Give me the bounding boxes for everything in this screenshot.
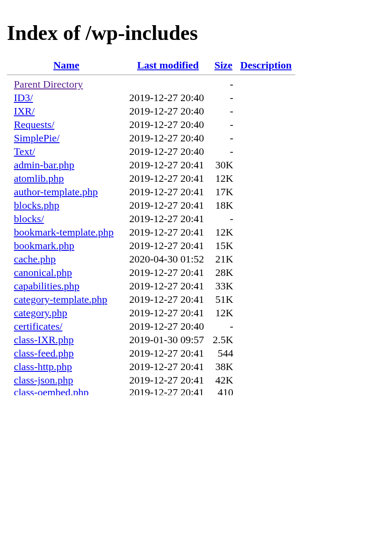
- entry-size: 12K: [210, 306, 237, 320]
- entry-description: [237, 226, 295, 239]
- table-row: blocks.php2019-12-27 20:4118K: [7, 199, 295, 212]
- entry-description: [237, 131, 295, 145]
- entry-link[interactable]: ID3/: [14, 92, 33, 103]
- entry-size: 12K: [210, 172, 237, 185]
- entry-modified: 2019-12-27 20:40: [126, 131, 210, 145]
- entry-description: [237, 105, 295, 118]
- entry-description: [237, 320, 295, 333]
- entry-size: -: [210, 118, 237, 131]
- entry-size: -: [210, 212, 237, 226]
- entry-size: 17K: [210, 185, 237, 199]
- entry-modified: 2019-12-27 20:41: [126, 387, 210, 395]
- entry-link[interactable]: certificates/: [14, 321, 62, 332]
- entry-description: [237, 347, 295, 360]
- entry-description: [237, 172, 295, 185]
- entry-modified: 2019-12-27 20:40: [126, 91, 210, 105]
- entry-description: [237, 252, 295, 266]
- entry-link[interactable]: Text/: [14, 146, 35, 157]
- table-row: capabilities.php2019-12-27 20:4133K: [7, 279, 295, 293]
- header-name-link[interactable]: Name: [53, 59, 79, 71]
- entry-modified: 2019-12-27 20:40: [126, 105, 210, 118]
- entry-link[interactable]: canonical.php: [14, 267, 72, 278]
- entry-size: 33K: [210, 279, 237, 293]
- entry-link[interactable]: blocks.php: [14, 200, 59, 211]
- directory-listing-table: Name Last modified Size Description Pare…: [7, 59, 295, 395]
- entry-description: [237, 212, 295, 226]
- table-row: Parent Directory-: [7, 78, 295, 91]
- entry-modified: 2019-12-27 20:41: [126, 158, 210, 172]
- entry-modified: 2019-12-27 20:41: [126, 185, 210, 199]
- entry-modified: 2019-12-27 20:41: [126, 172, 210, 185]
- entry-description: [237, 199, 295, 212]
- entry-modified: 2019-12-27 20:41: [126, 212, 210, 226]
- entry-link[interactable]: IXR/: [14, 105, 35, 117]
- entry-modified: 2019-12-27 20:41: [126, 360, 210, 374]
- entry-link[interactable]: SimplePie/: [14, 132, 59, 144]
- table-row: IXR/2019-12-27 20:40-: [7, 105, 295, 118]
- page-title: Index of /wp-includes: [7, 21, 385, 45]
- entry-size: 2.5K: [210, 333, 237, 347]
- entry-link[interactable]: bookmark.php: [14, 240, 74, 251]
- entry-modified: 2019-01-30 09:57: [126, 333, 210, 347]
- entry-description: [237, 78, 295, 91]
- entry-description: [237, 279, 295, 293]
- table-row: class-json.php2019-12-27 20:4142K: [7, 374, 295, 387]
- entry-size: 18K: [210, 199, 237, 212]
- entry-modified: 2019-12-27 20:41: [126, 239, 210, 252]
- entry-modified: 2019-12-27 20:40: [126, 145, 210, 158]
- table-row: SimplePie/2019-12-27 20:40-: [7, 131, 295, 145]
- entry-link[interactable]: author-template.php: [14, 186, 98, 197]
- entry-modified: 2019-12-27 20:41: [126, 279, 210, 293]
- entry-size: 30K: [210, 158, 237, 172]
- entry-link[interactable]: class-oembed.php: [14, 387, 89, 395]
- entry-link[interactable]: class-http.php: [14, 361, 72, 372]
- table-row: blocks/2019-12-27 20:41-: [7, 212, 295, 226]
- header-size-link[interactable]: Size: [215, 59, 232, 71]
- header-description-link[interactable]: Description: [240, 59, 292, 71]
- entry-link[interactable]: blocks/: [14, 213, 44, 224]
- table-row: atomlib.php2019-12-27 20:4112K: [7, 172, 295, 185]
- entry-description: [237, 293, 295, 306]
- table-row: bookmark-template.php2019-12-27 20:4112K: [7, 226, 295, 239]
- entry-description: [237, 118, 295, 131]
- entry-size: -: [210, 78, 237, 91]
- entry-link[interactable]: category.php: [14, 307, 67, 318]
- entry-description: [237, 333, 295, 347]
- entry-link[interactable]: class-feed.php: [14, 348, 74, 359]
- entry-link[interactable]: category-template.php: [14, 294, 107, 305]
- header-modified-link[interactable]: Last modified: [137, 59, 199, 71]
- table-row: class-http.php2019-12-27 20:4138K: [7, 360, 295, 374]
- entry-size: 12K: [210, 226, 237, 239]
- entry-link[interactable]: class-json.php: [14, 374, 73, 386]
- entry-modified: 2019-12-27 20:41: [126, 374, 210, 387]
- table-row: admin-bar.php2019-12-27 20:4130K: [7, 158, 295, 172]
- entry-link[interactable]: cache.php: [14, 253, 56, 265]
- entry-link[interactable]: capabilities.php: [14, 280, 79, 292]
- entry-description: [237, 306, 295, 320]
- entry-size: -: [210, 145, 237, 158]
- entry-modified: 2019-12-27 20:40: [126, 320, 210, 333]
- table-row: Requests/2019-12-27 20:40-: [7, 118, 295, 131]
- table-row: author-template.php2019-12-27 20:4117K: [7, 185, 295, 199]
- entry-size: 21K: [210, 252, 237, 266]
- table-row: canonical.php2019-12-27 20:4128K: [7, 266, 295, 279]
- entry-description: [237, 158, 295, 172]
- entry-description: [237, 266, 295, 279]
- table-row: category-template.php2019-12-27 20:4151K: [7, 293, 295, 306]
- entry-description: [237, 387, 295, 395]
- entry-link[interactable]: Requests/: [14, 119, 54, 130]
- entry-size: 51K: [210, 293, 237, 306]
- entry-size: -: [210, 131, 237, 145]
- entry-link[interactable]: bookmark-template.php: [14, 226, 114, 238]
- entry-link[interactable]: admin-bar.php: [14, 159, 74, 170]
- entry-link[interactable]: class-IXR.php: [14, 334, 74, 345]
- entry-size: 42K: [210, 374, 237, 387]
- table-row: bookmark.php2019-12-27 20:4115K: [7, 239, 295, 252]
- entry-modified: 2019-12-27 20:41: [126, 306, 210, 320]
- entry-size: 38K: [210, 360, 237, 374]
- table-row: ID3/2019-12-27 20:40-: [7, 91, 295, 105]
- table-row: class-IXR.php2019-01-30 09:572.5K: [7, 333, 295, 347]
- entry-link[interactable]: Parent Directory: [14, 79, 83, 90]
- table-row: class-feed.php2019-12-27 20:41544: [7, 347, 295, 360]
- entry-link[interactable]: atomlib.php: [14, 173, 64, 184]
